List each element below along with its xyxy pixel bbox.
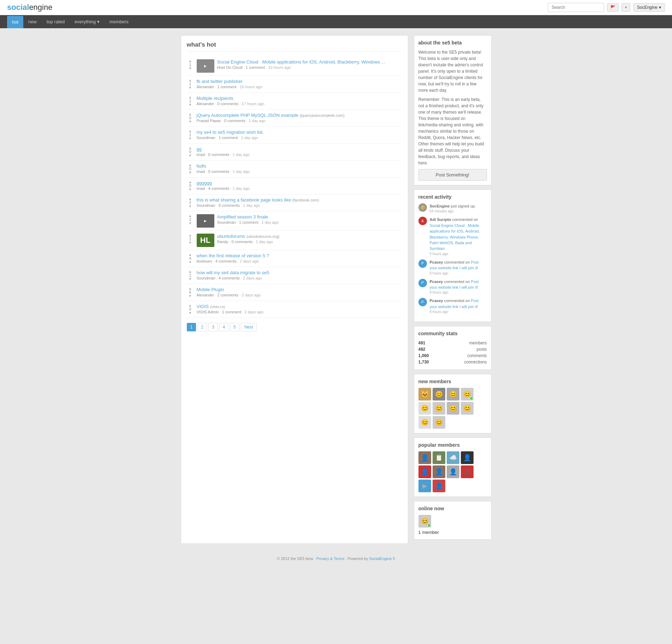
privacy-terms-link[interactable]: Privacy & Terms — [316, 556, 344, 561]
post-comments-link[interactable]: 4 comments — [215, 259, 237, 263]
post-title-link[interactable]: fsdfs — [197, 163, 206, 169]
member-thumb[interactable]: 😊 — [433, 416, 445, 429]
post-something-button[interactable]: Post Something! — [418, 169, 487, 181]
member-thumb[interactable]: 😊 — [447, 388, 459, 401]
downvote-arrow[interactable]: ▼ — [189, 171, 192, 174]
post-comments-link[interactable]: 1 comment — [217, 85, 236, 89]
post-title-link[interactable]: my se4 to se5 migration wish list. — [197, 130, 264, 135]
post-author-link[interactable]: boolsuev — [197, 259, 212, 263]
post-comments-link[interactable]: 0 comments — [224, 119, 245, 123]
downvote-arrow[interactable]: ▼ — [189, 137, 192, 140]
page-4[interactable]: 4 — [219, 323, 229, 331]
post-author-link[interactable]: Randy — [217, 240, 228, 244]
search-input[interactable] — [548, 3, 604, 12]
post-title-link[interactable]: Social Engine Cloud · Mobile application… — [217, 59, 385, 65]
page-3[interactable]: 3 — [208, 323, 218, 331]
member-thumb[interactable]: 👤 — [461, 451, 474, 464]
post-title-link[interactable]: jQuery Autocomplete PHP MySQL JSON examp… — [197, 113, 298, 118]
page-next[interactable]: Next — [241, 323, 257, 331]
downvote-arrow[interactable]: ▼ — [189, 120, 192, 124]
plus-button[interactable]: + — [622, 3, 630, 12]
post-title-link[interactable]: Amplified season 3 finale — [217, 214, 268, 219]
post-comments-link[interactable]: 0 comments — [217, 102, 238, 106]
page-1[interactable]: 1 — [187, 323, 196, 331]
post-title-link[interactable]: gg — [197, 146, 202, 152]
post-comments-link[interactable]: 0 comments — [208, 152, 230, 157]
post-author-link[interactable]: Soundman — [197, 203, 215, 207]
downvote-arrow[interactable]: ▼ — [189, 260, 192, 264]
post-comments-link[interactable]: 4 comments — [208, 186, 230, 191]
downvote-arrow[interactable]: ▼ — [189, 103, 192, 107]
member-thumb[interactable]: 🐱 — [418, 388, 431, 401]
flag-button[interactable]: 🚩 — [607, 3, 619, 12]
online-member-thumb[interactable]: 😊 — [418, 515, 431, 528]
post-comments-link[interactable]: 1 comment — [246, 65, 265, 70]
member-thumb[interactable]: 😊 — [418, 416, 431, 429]
post-author-link[interactable]: Soundman — [217, 220, 236, 224]
post-author-link[interactable]: Alexander — [197, 293, 214, 297]
downvote-arrow[interactable]: ▼ — [189, 241, 192, 245]
post-author-link[interactable]: Soundman — [197, 136, 215, 140]
post-author-link[interactable]: Soundman — [197, 276, 215, 280]
post-author-link[interactable]: imad — [197, 186, 205, 191]
post-title-link[interactable]: fb and twitter publisher — [197, 79, 243, 84]
post-comments-link[interactable]: 4 comments — [219, 276, 240, 280]
post-author-link[interactable]: Alexander — [197, 102, 214, 106]
post-comments-link[interactable]: 1 comment — [219, 136, 238, 140]
post-author-link[interactable]: Host On Cloud — [217, 65, 243, 70]
post-author-link[interactable]: imad — [197, 152, 205, 157]
downvote-arrow[interactable]: ▼ — [189, 188, 192, 191]
post-title-link[interactable]: ubuntuforums — [217, 234, 245, 239]
post-comments-link[interactable]: 0 comments — [208, 169, 230, 174]
member-thumb[interactable]: 🎵 — [461, 465, 474, 478]
activity-link[interactable]: Social Engine Cloud · Mobile application… — [430, 223, 480, 251]
post-author-link[interactable]: imad — [197, 169, 205, 174]
user-menu[interactable]: SocEngine ▾ — [633, 3, 665, 12]
member-thumb[interactable]: 👤 — [433, 480, 445, 492]
post-title-link[interactable]: gggggg — [197, 180, 212, 186]
member-thumb[interactable]: ☁️ — [447, 451, 459, 464]
page-2[interactable]: 2 — [197, 323, 207, 331]
downvote-arrow[interactable]: ▼ — [189, 154, 192, 157]
member-thumb[interactable]: 😊 — [461, 388, 474, 401]
post-comments-link[interactable]: 2 comments — [217, 293, 238, 297]
nav-item-hot[interactable]: hot — [7, 16, 23, 28]
downvote-arrow[interactable]: ▼ — [189, 86, 192, 90]
post-comments-link[interactable]: 0 comments — [219, 203, 240, 207]
post-title-link[interactable]: VIOIS — [197, 304, 209, 309]
member-thumb[interactable]: 👤 — [418, 451, 431, 464]
post-comments-link[interactable]: 1 comment — [239, 220, 258, 224]
downvote-arrow[interactable]: ▼ — [189, 277, 192, 281]
post-comments-link[interactable]: 1 comment — [222, 310, 241, 314]
post-author-link[interactable]: Prasad Pawar — [197, 119, 221, 123]
nav-item-top-rated[interactable]: top rated — [42, 16, 70, 28]
page-5[interactable]: 5 — [230, 323, 239, 331]
nav-item-members[interactable]: members — [105, 16, 133, 28]
member-thumb[interactable]: 📋 — [433, 451, 445, 464]
downvote-arrow[interactable]: ▼ — [189, 205, 192, 208]
downvote-arrow[interactable]: ▼ — [189, 67, 192, 70]
downvote-arrow[interactable]: ▼ — [189, 294, 192, 298]
member-thumb[interactable]: 😊 — [433, 388, 445, 401]
post-title-link[interactable]: Mobile Plugin — [197, 287, 224, 292]
nav-item-everything[interactable]: everything ▾ — [70, 16, 105, 28]
member-thumb[interactable]: 😊 — [447, 402, 459, 415]
member-thumb[interactable]: 👤 — [433, 465, 445, 478]
socialengine-link[interactable]: SocialEngine 5 — [369, 556, 395, 561]
member-thumb[interactable]: 👤 — [447, 465, 459, 478]
member-thumb[interactable]: ▶ — [418, 480, 431, 492]
post-comments-link[interactable]: 0 comments — [231, 240, 252, 244]
downvote-arrow[interactable]: ▼ — [189, 222, 192, 225]
member-thumb[interactable]: 😊 — [418, 402, 431, 415]
post-title-link[interactable]: how will my se4 data migrate to se5 — [197, 270, 269, 275]
post-title-link[interactable]: Multiple recipients — [197, 96, 233, 101]
post-title-link[interactable]: when the first release of version 5 ? — [197, 253, 269, 258]
member-thumb[interactable]: 👤 — [418, 465, 431, 478]
post-author-link[interactable]: Alexander — [197, 85, 214, 89]
downvote-arrow[interactable]: ▼ — [189, 311, 192, 315]
nav-item-new[interactable]: new — [23, 16, 42, 28]
post-author-link[interactable]: VIOIS Admin — [197, 310, 219, 314]
post-title-link[interactable]: this is what sharing a facebook page loo… — [197, 197, 291, 203]
member-thumb[interactable]: 😊 — [433, 402, 445, 415]
member-thumb[interactable]: 😊 — [461, 402, 474, 415]
